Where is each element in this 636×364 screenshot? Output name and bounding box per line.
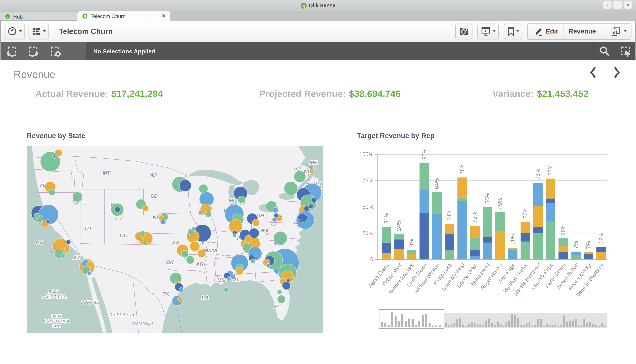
bar-segment[interactable]: [394, 234, 404, 240]
map-bubble[interactable]: [227, 276, 231, 281]
map-bubble[interactable]: [181, 250, 188, 258]
bar-segment[interactable]: [419, 213, 429, 260]
bar-segment[interactable]: [521, 242, 530, 260]
bar-segment[interactable]: [546, 178, 555, 198]
sheet-selector[interactable]: Revenue: [563, 24, 631, 39]
bar-segment[interactable]: [382, 243, 391, 253]
map-bubble[interactable]: [236, 268, 243, 275]
map-bubble[interactable]: [309, 165, 313, 169]
bar-segment[interactable]: [483, 207, 492, 238]
tab-close-icon[interactable]: ✕: [162, 13, 166, 19]
map-bubble[interactable]: [55, 150, 62, 157]
previous-sheet-button[interactable]: [587, 66, 599, 79]
clear-selections-icon[interactable]: [49, 45, 61, 57]
bar-segment[interactable]: [457, 200, 467, 260]
step-forward-selection-icon[interactable]: [27, 45, 40, 57]
app-overview-button[interactable]: [29, 24, 49, 39]
map-bubble[interactable]: [311, 198, 317, 203]
map-bubble[interactable]: [251, 259, 255, 264]
bar-segment[interactable]: [521, 233, 530, 242]
bar-segment[interactable]: [558, 246, 568, 252]
map-bubble[interactable]: [88, 272, 91, 275]
next-sheet-button[interactable]: [611, 66, 623, 79]
bar-segment[interactable]: [558, 238, 568, 246]
bar-segment[interactable]: [470, 238, 480, 250]
bar-segment[interactable]: [445, 234, 454, 250]
map-bubble[interactable]: [192, 227, 196, 231]
map-bubble[interactable]: [233, 234, 236, 237]
map-bubble[interactable]: [286, 278, 290, 282]
bar-segment[interactable]: [432, 192, 442, 214]
bar-segment[interactable]: [445, 250, 454, 260]
bar-segment[interactable]: [407, 250, 416, 254]
bar-segment[interactable]: [508, 248, 517, 250]
bar-segment[interactable]: [432, 214, 442, 260]
bar-segment[interactable]: [533, 206, 543, 227]
bar-segment[interactable]: [419, 190, 429, 213]
map-bubble[interactable]: [273, 207, 278, 213]
map-bubble[interactable]: [231, 274, 235, 279]
target-revenue-by-rep-chart[interactable]: 100%75%50%25%031%Sarah Evans24%Robert We…: [357, 149, 611, 336]
smart-search-button[interactable]: [593, 42, 615, 60]
map-bubble[interactable]: [249, 228, 259, 238]
tab-telecom-churn[interactable]: q Telecom Churn ✕: [78, 11, 170, 21]
bookmark-button[interactable]: [504, 24, 522, 39]
map-bubble[interactable]: [64, 247, 70, 252]
bar-segment[interactable]: [546, 203, 555, 222]
map-bubble[interactable]: [277, 295, 285, 303]
bar-segment[interactable]: [571, 252, 580, 255]
bar-segment[interactable]: [533, 233, 543, 260]
map-bubble[interactable]: [115, 207, 120, 212]
map-bubble[interactable]: [143, 241, 148, 246]
map-bubble[interactable]: [274, 213, 279, 218]
map-bubble[interactable]: [73, 192, 83, 202]
map-bubble[interactable]: [140, 231, 145, 236]
bar-segment[interactable]: [546, 222, 555, 260]
bar-segment[interactable]: [596, 247, 606, 252]
map-bubble[interactable]: [252, 219, 260, 226]
bar-segment[interactable]: [470, 250, 480, 256]
map-bubble[interactable]: [266, 264, 270, 267]
map-bubble[interactable]: [198, 210, 202, 214]
window-minimize-button[interactable]: −: [613, 1, 622, 8]
tab-hub[interactable]: q Hub: [0, 12, 78, 21]
map-bubble[interactable]: [205, 211, 212, 217]
navigation-menu-button[interactable]: [5, 24, 25, 39]
bar-segment[interactable]: [470, 256, 480, 260]
map-bubble[interactable]: [186, 256, 194, 264]
bar-segment[interactable]: [495, 231, 505, 260]
bar-segment[interactable]: [571, 255, 580, 260]
bar-segment[interactable]: [382, 253, 391, 260]
bar-segment[interactable]: [533, 227, 543, 233]
bar-segment[interactable]: [445, 224, 454, 234]
map-bubble[interactable]: [284, 182, 298, 195]
bar-segment[interactable]: [508, 250, 517, 260]
snapshot-camera-button[interactable]: [455, 24, 472, 39]
selections-tool-button[interactable]: [615, 42, 636, 60]
map-bubble[interactable]: [46, 220, 50, 223]
bar-segment[interactable]: [407, 254, 416, 260]
map-bubble[interactable]: [190, 241, 200, 251]
bar-segment[interactable]: [546, 198, 555, 203]
bar-segment[interactable]: [533, 183, 543, 206]
bar-segment[interactable]: [584, 254, 593, 260]
map-bubble[interactable]: [66, 240, 71, 244]
bar-segment[interactable]: [495, 212, 505, 231]
map-bubble[interactable]: [61, 254, 66, 258]
window-maximize-button[interactable]: +: [603, 1, 611, 8]
map-bubble[interactable]: [49, 189, 55, 196]
bar-segment[interactable]: [382, 227, 391, 242]
presentation-mode-button[interactable]: [477, 24, 499, 39]
bar-segment[interactable]: [470, 226, 480, 238]
map-bubble[interactable]: [298, 213, 307, 222]
step-back-selection-icon[interactable]: [6, 45, 18, 57]
bar-segment[interactable]: [483, 238, 492, 243]
map-bubble[interactable]: [224, 288, 228, 292]
bar-segment[interactable]: [483, 243, 492, 260]
bar-segment[interactable]: [457, 178, 467, 198]
bar-segment[interactable]: [596, 252, 606, 260]
edit-button[interactable]: Edit: [528, 24, 563, 39]
bar-segment[interactable]: [394, 249, 404, 260]
map-bubble[interactable]: [160, 219, 166, 224]
revenue-by-state-map[interactable]: MTNDSDWYNEORIDUTCOKSCAAZOKTXLAARMSALTNMI…: [27, 146, 323, 333]
